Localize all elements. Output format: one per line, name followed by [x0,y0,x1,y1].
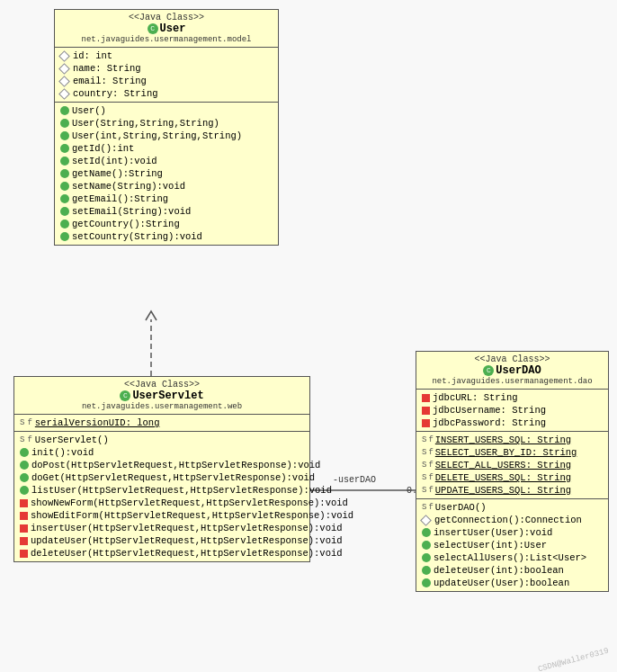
user-method-setname: setName(String):void [60,180,273,193]
userdao-class-box: <<Java Class>> C UserDAO net.javaguides.… [416,351,609,592]
circle-green-icon [422,566,431,575]
method-text: doPost(HttpServletRequest,HttpServletRes… [31,460,320,470]
user-class-box: <<Java Class>> C User net.javaguides.use… [54,9,279,246]
user-method-getname: getName():String [60,167,273,180]
square-red-icon [422,394,430,402]
userdao-method-deleteuser: deleteUser(int):boolean [422,564,603,577]
userdao-method-getconnection: getConnection():Connection [422,514,603,526]
circle-green-icon [20,461,29,470]
userservlet-method-dopost: doPost(HttpServletRequest,HttpServletRes… [20,459,304,471]
circle-green-icon [422,541,431,550]
static-field-text: SELECT_USER_BY_ID: String [435,447,577,458]
user-fields-section: id: int name: String email: String count… [55,48,278,103]
user-methods-section: User() User(String,String,String) User(i… [55,103,278,245]
circle-green-icon [422,578,431,587]
diagram-canvas: <<Java Class>> C User net.javaguides.use… [0,0,617,672]
userservlet-method-insertuser: insertUser(HttpServletRequest,HttpServle… [20,522,304,534]
static-field-text: INSERT_USERS_SQL: String [435,435,571,445]
method-text: selectAllUsers():List<User> [434,552,586,563]
static-field-text: serialVersionUID: long [35,417,160,428]
userservlet-class-name: UserServlet [132,390,203,402]
userservlet-class-box: <<Java Class>> C UserServlet net.javagui… [13,376,310,562]
userdao-static-update: S f UPDATE_USERS_SQL: String [422,484,603,497]
userdao-method-insertuser: insertUser(User):void [422,526,603,539]
circle-green-icon [20,448,29,457]
field-text: jdbcPassword: String [433,417,546,428]
userdao-class-name: UserDAO [496,364,541,377]
user-method-setid: setId(int):void [60,155,273,167]
square-red-icon [422,419,430,427]
circle-green-icon [422,528,431,537]
userservlet-method-updateuser: updateUser(HttpServletRequest,HttpServle… [20,534,304,547]
circle-green-icon [20,473,29,482]
circle-green-icon [60,157,69,166]
method-text: updateUser(HttpServletRequest,HttpServle… [31,535,343,546]
userdao-static-section: S f INSERT_USERS_SQL: String S f SELECT_… [416,432,608,499]
method-text: UserServlet() [35,435,109,445]
user-method-setemail: setEmail(String):void [60,205,273,218]
field-id-text: id: int [73,50,112,61]
user-field-name: name: String [60,62,273,75]
user-method-getemail: getEmail():String [60,193,273,205]
userservlet-method-showeditform: showEditForm(HttpServletRequest,HttpServ… [20,509,304,522]
field-text: jdbcUsername: String [433,405,546,416]
userdao-class-icon: C [483,365,494,376]
method-text: showNewForm(HttpServletRequest,HttpServl… [31,497,348,508]
userservlet-package: net.javaguides.usermanagement.web [18,402,306,411]
field-country-text: country: String [73,88,158,99]
circle-green-icon [60,169,69,178]
userdao-methods-section: S f UserDAO() getConnection():Connection… [416,499,608,591]
user-field-email: email: String [60,75,273,87]
circle-green-icon [20,486,29,495]
method-text: deleteUser(int):boolean [434,565,564,576]
circle-green-icon [60,144,69,153]
user-method-constructor1: User() [60,104,273,117]
userservlet-class-icon: C [120,390,130,401]
method-text: insertUser(HttpServletRequest,HttpServle… [31,523,343,533]
userdao-method-updateuser: updateUser(User):boolean [422,577,603,589]
square-red-icon [20,524,28,533]
square-red-icon [20,512,28,520]
userdao-package: net.javaguides.usermanagement.dao [420,377,604,386]
user-method-constructor2: User(String,String,String) [60,117,273,130]
square-red-icon [422,407,430,415]
association-label: -userDAO [333,475,376,485]
method-text: setEmail(String):void [72,206,191,217]
userservlet-method-deleteuser: deleteUser(HttpServletRequest,HttpServle… [20,547,304,560]
userdao-fields-section: jdbcURL: String jdbcUsername: String jdb… [416,390,608,432]
diamond-icon [58,76,70,87]
field-text: jdbcURL: String [433,392,518,403]
circle-green-icon [60,194,69,203]
userservlet-serialversionuid: S f serialVersionUID: long [20,417,304,429]
method-text: getConnection():Connection [434,515,582,525]
user-method-setcountry: setCountry(String):void [60,230,273,243]
userservlet-method-constructor: S f UserServlet() [20,434,304,446]
circle-green-icon [60,182,69,191]
userdao-field-jdbcusername: jdbcUsername: String [422,404,603,417]
method-text: getCountry():String [72,219,180,229]
circle-green-icon [60,220,69,228]
userservlet-methods-section: S f UserServlet() init():void doPost(Htt… [14,432,309,561]
user-stereotype: <<Java Class>> [58,13,274,22]
square-red-icon [20,537,28,545]
diamond-icon [420,515,432,526]
circle-green-icon [60,131,69,140]
method-text: User(int,String,String,String) [72,130,242,141]
diamond-icon [58,50,70,62]
userservlet-header: <<Java Class>> C UserServlet net.javagui… [14,377,309,415]
userdao-field-jdbcurl: jdbcURL: String [422,391,603,404]
userservlet-method-listuser: listUser(HttpServletRequest,HttpServletR… [20,484,304,497]
user-class-name: User [160,22,186,35]
userdao-header: <<Java Class>> C UserDAO net.javaguides.… [416,352,608,390]
circle-green-icon [422,553,431,562]
user-class-icon: C [148,23,158,34]
static-field-text: DELETE_USERS_SQL: String [435,472,571,483]
method-text: setCountry(String):void [72,231,202,242]
static-field-text: SELECT_ALL_USERS: String [435,460,571,470]
method-text: doGet(HttpServletRequest,HttpServletResp… [31,472,315,483]
static-field-text: UPDATE_USERS_SQL: String [435,485,571,496]
userdao-static-delete: S f DELETE_USERS_SQL: String [422,471,603,484]
method-text: showEditForm(HttpServletRequest,HttpServ… [31,510,353,521]
userdao-static-selectall: S f SELECT_ALL_USERS: String [422,459,603,471]
userservlet-stereotype: <<Java Class>> [18,380,306,390]
